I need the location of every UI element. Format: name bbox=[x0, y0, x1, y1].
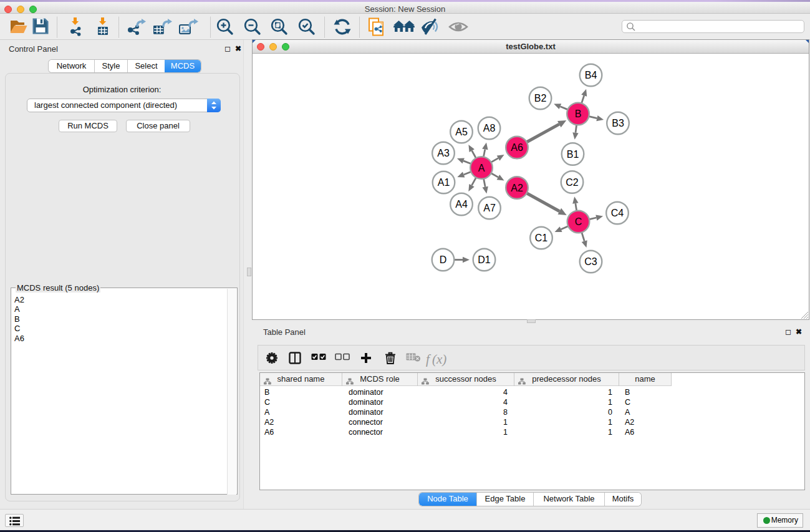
svg-text:B3: B3 bbox=[612, 118, 624, 128]
svg-text:B4: B4 bbox=[585, 70, 597, 80]
svg-text:B: B bbox=[575, 109, 582, 119]
svg-text:B2: B2 bbox=[534, 93, 547, 104]
svg-text:C3: C3 bbox=[584, 256, 597, 267]
svg-text:C1: C1 bbox=[535, 233, 548, 243]
svg-text:A1: A1 bbox=[438, 177, 450, 188]
svg-text:D1: D1 bbox=[478, 254, 491, 265]
svg-text:A2: A2 bbox=[511, 183, 523, 193]
svg-text:A8: A8 bbox=[483, 123, 496, 133]
svg-text:C2: C2 bbox=[566, 177, 579, 188]
svg-text:A5: A5 bbox=[455, 127, 468, 137]
svg-text:B1: B1 bbox=[567, 149, 579, 160]
svg-text:C: C bbox=[575, 216, 582, 227]
svg-text:A4: A4 bbox=[455, 199, 468, 210]
svg-text:A6: A6 bbox=[511, 142, 523, 153]
svg-text:A: A bbox=[478, 163, 485, 173]
svg-text:C4: C4 bbox=[611, 208, 624, 218]
svg-text:D: D bbox=[440, 254, 447, 265]
svg-text:A3: A3 bbox=[437, 148, 450, 158]
svg-text:A7: A7 bbox=[483, 203, 496, 213]
